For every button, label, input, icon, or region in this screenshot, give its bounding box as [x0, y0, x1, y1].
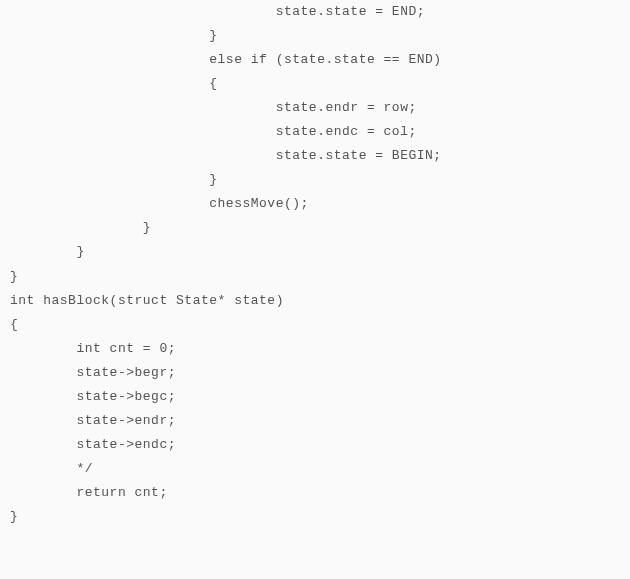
code-block: state.state = END; } else if (state.stat… [0, 0, 630, 529]
code-line: chessMove(); [10, 192, 620, 216]
code-line: int hasBlock(struct State* state) [10, 289, 620, 313]
code-line: } [10, 240, 620, 264]
code-line: state->begc; [10, 385, 620, 409]
code-line: { [10, 313, 620, 337]
code-line: else if (state.state == END) [10, 48, 620, 72]
code-line: { [10, 72, 620, 96]
code-line: state->endr; [10, 409, 620, 433]
code-line: return cnt; [10, 481, 620, 505]
code-line: state.state = END; [10, 0, 620, 24]
code-line: */ [10, 457, 620, 481]
code-line: state->endc; [10, 433, 620, 457]
code-line: state->begr; [10, 361, 620, 385]
code-line: } [10, 168, 620, 192]
code-line: state.endr = row; [10, 96, 620, 120]
code-line: } [10, 24, 620, 48]
code-line: } [10, 265, 620, 289]
code-line: } [10, 216, 620, 240]
code-line: state.state = BEGIN; [10, 144, 620, 168]
code-line: } [10, 505, 620, 529]
code-line: int cnt = 0; [10, 337, 620, 361]
code-line: state.endc = col; [10, 120, 620, 144]
